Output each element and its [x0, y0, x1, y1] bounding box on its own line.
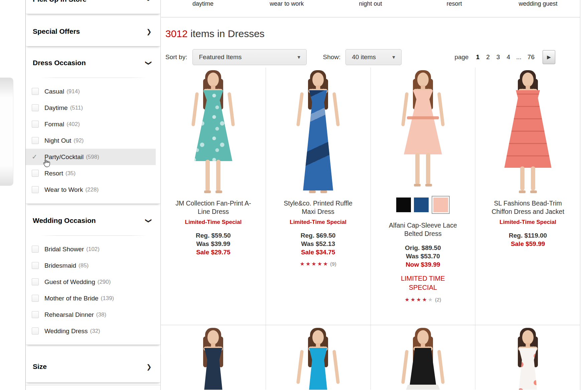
filter-option-formal[interactable]: Formal (402) [26, 116, 160, 132]
section-title: Special Offers [33, 27, 80, 35]
regular-price: Reg. $59.50 [161, 231, 266, 240]
section-title: Dress Occasion [33, 59, 86, 67]
checkbox[interactable] [32, 121, 39, 128]
checkbox[interactable] [32, 170, 39, 177]
filter-option-wear-to-work[interactable]: Wear to Work (228) [26, 181, 160, 198]
model-head [417, 73, 429, 87]
checkbox[interactable] [32, 295, 39, 302]
section-pick-up-in-store[interactable]: Pick Up In Store ❯ [26, 0, 160, 14]
checkbox[interactable] [32, 246, 39, 253]
results-heading: 3012 items in Dresses [165, 28, 265, 39]
dress-illustration [503, 348, 553, 390]
checkbox[interactable] [32, 104, 39, 111]
section-header-dress-occasion[interactable]: Dress Occasion ❯ [26, 49, 160, 69]
filter-option-guest-of-wedding[interactable]: Guest of Wedding (290) [26, 274, 160, 290]
chevron-down-icon: ❯ [146, 0, 152, 2]
product-image[interactable] [290, 70, 346, 197]
filter-label: Formal [44, 121, 64, 128]
product-card-sl-fashions: SL Fashions Bead-Trim Chiffon Dress and … [475, 68, 580, 325]
product-row-2 [161, 325, 580, 390]
promo-badge: Limited-Time Special [161, 219, 266, 226]
color-swatches [371, 196, 475, 214]
results-toolbar: Sort by: Featured Items ▼ Show: 40 items… [165, 49, 580, 65]
filter-count: (32) [90, 328, 100, 335]
price-block: Reg. $119.00 Sale $59.99 [475, 231, 580, 248]
product-image[interactable] [499, 70, 556, 197]
checkbox[interactable] [32, 328, 39, 335]
product-image[interactable] [185, 70, 242, 197]
price-block: Reg. $69.50 Was $52.13 Sale $34.75 [266, 231, 371, 256]
swatch-blush[interactable] [433, 198, 448, 212]
filter-option-casual[interactable]: Casual (914) [26, 83, 160, 100]
product-image[interactable] [499, 328, 556, 390]
next-arrow-icon: ▶ [547, 54, 551, 60]
swatch-navy[interactable] [414, 198, 429, 212]
checkbox[interactable] [32, 311, 39, 318]
category-resort[interactable]: resort [412, 0, 496, 17]
section-size[interactable]: Size ❯ [26, 351, 160, 383]
checkbox[interactable] [32, 88, 39, 95]
filter-count: (598) [86, 154, 99, 160]
checkbox[interactable] [32, 137, 39, 144]
section-title: Wedding Occasion [33, 217, 96, 225]
page-2[interactable]: 2 [486, 53, 490, 61]
limited-time-special-text: LIMITED TIME SPECIAL [391, 274, 455, 292]
sale-price: Sale $59.99 [475, 240, 580, 248]
product-name[interactable]: Alfani Cap-Sleeve Lace Belted Dress [381, 221, 465, 238]
filled-stars: ★★★★★ [300, 261, 329, 267]
category-wear-to-work[interactable]: wear to work [245, 0, 329, 17]
filter-option-wedding-dress[interactable]: Wedding Dress (32) [26, 323, 160, 339]
chevron-right-icon: ❯ [146, 364, 152, 370]
sort-dropdown[interactable]: Featured Items ▼ [192, 49, 307, 65]
next-page-button[interactable]: ▶ [543, 50, 555, 64]
page-4[interactable]: 4 [506, 53, 510, 61]
section-header-wedding-occasion[interactable]: Wedding Occasion ❯ [26, 207, 160, 227]
product-image[interactable] [185, 328, 242, 390]
filter-label: Casual [44, 88, 64, 95]
filter-option-bridesmaid[interactable]: Bridesmaid (85) [26, 257, 160, 274]
check-icon: ✓ [32, 153, 39, 160]
product-card-styleco: Style&co. Printed Ruffle Maxi Dress Limi… [266, 68, 371, 325]
filter-option-bridal-shower[interactable]: Bridal Shower (102) [26, 241, 160, 257]
was-price: Was $39.99 [161, 240, 266, 248]
filter-option-daytime[interactable]: Daytime (511) [26, 100, 160, 116]
dresses-browse-page: Pick Up In Store ❯ Special Offers ❯ Dres… [0, 0, 588, 390]
filter-count: (92) [74, 137, 84, 144]
filter-option-mother-of-the-bride[interactable]: Mother of the Bride (139) [26, 290, 160, 306]
page-76[interactable]: 76 [528, 53, 535, 61]
filter-option-night-out[interactable]: Night Out (92) [26, 132, 160, 149]
category-night-out[interactable]: night out [329, 0, 413, 17]
product-image[interactable] [395, 70, 451, 190]
chevron-down-icon: ❯ [146, 218, 152, 223]
now-price: Now $39.99 [371, 260, 475, 269]
product-name[interactable]: Style&co. Printed Ruffle Maxi Dress [276, 199, 360, 216]
sale-price: Sale $34.75 [266, 248, 371, 256]
filter-option-party-cocktail-selected[interactable]: ✓ Party/Cocktail (598) [26, 149, 156, 165]
product-image[interactable] [395, 328, 451, 390]
star-rating: ★★★★★(2) [371, 296, 475, 303]
price-block: Reg. $59.50 Was $39.99 Sale $29.75 [161, 231, 266, 256]
filled-stars: ★★★★ [405, 297, 428, 302]
swatch-selected-ring[interactable] [432, 196, 450, 214]
checkbox[interactable] [32, 278, 39, 285]
product-name[interactable]: SL Fashions Bead-Trim Chiffon Dress and … [489, 199, 567, 216]
category-daytime[interactable]: daytime [161, 0, 245, 17]
filter-option-rehearsal-dinner[interactable]: Rehearsal Dinner (38) [26, 306, 160, 323]
swatch-black[interactable] [396, 198, 411, 212]
results-label: items in Dresses [190, 28, 265, 39]
pagination: page 1 2 3 4 ... 76 ▶ [454, 50, 555, 64]
product-image[interactable] [290, 328, 346, 390]
category-wedding-guest[interactable]: wedding guest [496, 0, 580, 17]
checkbox[interactable] [32, 262, 39, 269]
show-dropdown[interactable]: 40 items ▼ [345, 49, 402, 65]
empty-stars: ★ [428, 297, 434, 302]
page-label: page [454, 53, 468, 61]
page-3[interactable]: 3 [496, 53, 500, 61]
checkbox[interactable] [32, 186, 39, 193]
model-head [522, 73, 534, 87]
page-1[interactable]: 1 [476, 53, 480, 61]
sale-price: Sale $29.75 [161, 248, 266, 256]
product-name[interactable]: JM Collection Fan-Print A-Line Dress [171, 199, 255, 216]
product-card-row2-2 [266, 325, 371, 390]
section-special-offers[interactable]: Special Offers ❯ [26, 17, 160, 46]
